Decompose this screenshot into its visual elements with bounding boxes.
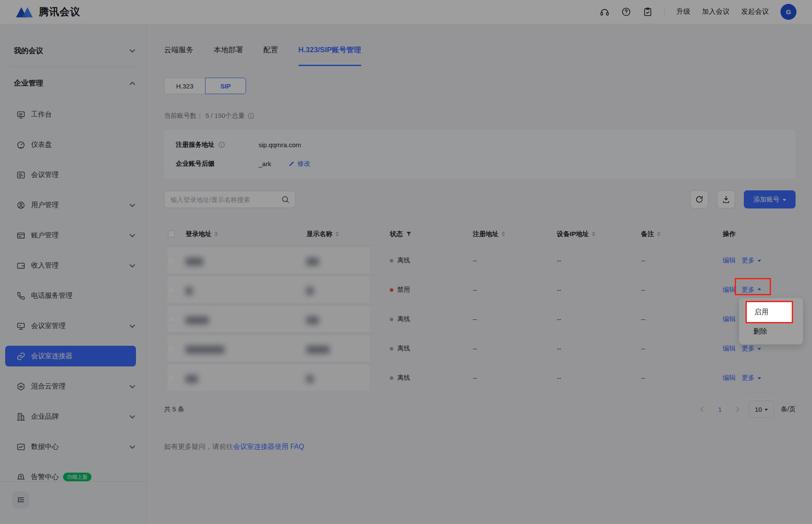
dim-overlay (0, 0, 812, 524)
annotation-box-more-button (735, 278, 771, 295)
menu-item-enable-highlighted[interactable]: 启用 (746, 301, 793, 323)
page: 腾讯会议 升级 加入会议 发起会议 G (0, 0, 812, 524)
